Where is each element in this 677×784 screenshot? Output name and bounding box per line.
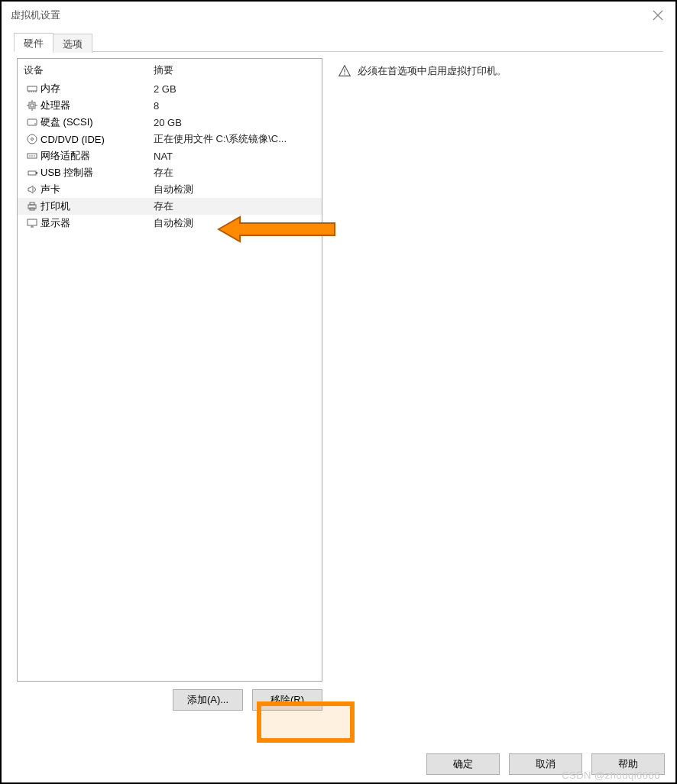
device-row[interactable]: CD/DVD (IDE)正在使用文件 C:\系统镜像\C... [18, 131, 322, 147]
close-button[interactable] [640, 2, 675, 29]
device-row[interactable]: 网络适配器NAT [18, 147, 322, 164]
ok-button[interactable]: 确定 [426, 753, 500, 775]
tabs-strip: 硬件 选项 [14, 32, 663, 52]
tab-hardware[interactable]: 硬件 [14, 33, 53, 52]
svg-point-13 [28, 134, 37, 144]
svg-point-18 [34, 155, 35, 157]
svg-point-16 [29, 155, 31, 157]
device-row[interactable]: 处理器8 [18, 97, 322, 114]
cd-icon [24, 133, 40, 145]
device-name: CD/DVD (IDE) [40, 134, 154, 145]
network-icon [24, 150, 40, 162]
device-row[interactable]: 声卡自动检测 [18, 181, 322, 198]
memory-icon [24, 83, 40, 95]
svg-rect-11 [28, 119, 37, 125]
disk-icon [24, 116, 40, 128]
usb-icon [24, 167, 40, 179]
svg-point-28 [344, 73, 345, 75]
device-row[interactable]: 打印机存在 [18, 198, 322, 215]
device-summary: 存在 [154, 166, 316, 180]
panel: 设备 摘要 内存2 GB处理器8硬盘 (SCSI)20 GBCD/DVD (ID… [14, 52, 663, 717]
warning-text: 必须在首选项中启用虚拟打印机。 [358, 64, 507, 78]
cpu-icon [24, 99, 40, 112]
device-name: 硬盘 (SCSI) [40, 115, 154, 129]
right-column: 必须在首选项中启用虚拟打印机。 [335, 58, 660, 711]
device-row[interactable]: USB 控制器存在 [18, 164, 322, 181]
content-area: 硬件 选项 设备 摘要 内存2 GB处理器8硬盘 (SCSI)20 GBCD/D… [2, 29, 675, 717]
cancel-button[interactable]: 取消 [509, 753, 582, 775]
tab-options[interactable]: 选项 [53, 34, 92, 53]
svg-rect-6 [31, 104, 34, 107]
device-row[interactable]: 硬盘 (SCSI)20 GB [18, 114, 322, 131]
header-device: 设备 [24, 63, 154, 77]
device-summary: 存在 [154, 199, 316, 213]
help-button[interactable]: 帮助 [591, 753, 665, 775]
device-name: 内存 [40, 82, 154, 96]
device-name: USB 控制器 [40, 166, 154, 180]
svg-rect-0 [28, 86, 37, 91]
device-list: 设备 摘要 内存2 GB处理器8硬盘 (SCSI)20 GBCD/DVD (ID… [17, 58, 322, 682]
device-list-header: 设备 摘要 [18, 59, 322, 80]
device-summary: 8 [154, 100, 316, 112]
device-buttons-row: 添加(A)... 移除(R) [17, 689, 322, 711]
device-summary: NAT [154, 151, 316, 162]
sound-icon [24, 183, 40, 196]
svg-rect-24 [28, 219, 37, 225]
header-summary: 摘要 [154, 63, 173, 77]
device-name: 打印机 [40, 199, 154, 213]
printer-icon [24, 200, 40, 212]
device-summary: 20 GB [154, 117, 316, 128]
device-summary: 自动检测 [154, 183, 316, 196]
add-button[interactable]: 添加(A)... [173, 689, 243, 711]
device-name: 网络适配器 [40, 149, 154, 163]
device-name: 声卡 [40, 183, 154, 196]
device-name: 显示器 [40, 216, 154, 230]
device-row[interactable]: 显示器自动检测 [18, 215, 322, 232]
svg-rect-5 [29, 102, 35, 109]
display-icon [24, 217, 40, 229]
svg-rect-22 [30, 202, 34, 205]
device-row[interactable]: 内存2 GB [18, 80, 322, 97]
device-name: 处理器 [40, 99, 154, 112]
device-summary: 正在使用文件 C:\系统镜像\C... [154, 132, 316, 146]
vm-settings-window: 虚拟机设置 硬件 选项 设备 摘要 内存2 GB处理器8硬盘 (SCSI)20 … [0, 0, 677, 784]
close-icon [652, 9, 664, 21]
svg-point-12 [34, 123, 36, 125]
device-summary: 2 GB [154, 83, 316, 95]
svg-point-17 [31, 155, 33, 157]
warning-line: 必须在首选项中启用虚拟打印机。 [338, 64, 657, 78]
remove-button[interactable]: 移除(R) [252, 689, 322, 711]
window-title: 虚拟机设置 [11, 8, 60, 22]
svg-rect-19 [28, 171, 36, 175]
device-summary: 自动检测 [154, 216, 316, 230]
warning-icon [338, 64, 351, 78]
svg-rect-20 [36, 172, 37, 174]
left-column: 设备 摘要 内存2 GB处理器8硬盘 (SCSI)20 GBCD/DVD (ID… [17, 58, 322, 711]
footer-buttons: 确定 取消 帮助 [426, 753, 665, 775]
svg-point-14 [31, 138, 34, 141]
titlebar: 虚拟机设置 [2, 2, 675, 29]
